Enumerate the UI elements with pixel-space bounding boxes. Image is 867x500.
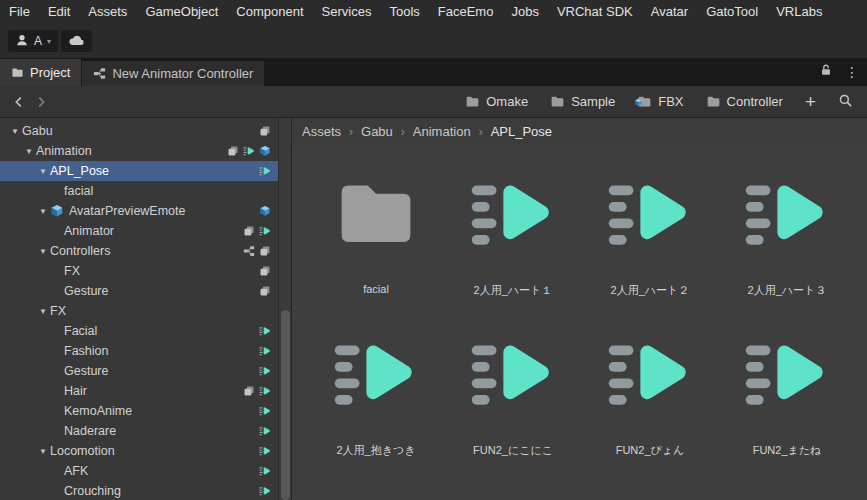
animation-clip-badge-icon bbox=[243, 145, 255, 157]
tree-item-apl-pose[interactable]: ▼APL_Pose bbox=[0, 161, 291, 181]
tree-item-locomotion[interactable]: ▼Locomotion bbox=[0, 441, 291, 461]
asset-anim-fun2[interactable]: FUN2_にこにこ bbox=[447, 329, 579, 489]
animation-clip-badge-icon bbox=[259, 445, 271, 457]
favorite-sample[interactable]: Sample bbox=[550, 94, 615, 109]
asset-anim-item[interactable] bbox=[447, 489, 579, 500]
asset-type-badges bbox=[259, 265, 271, 277]
asset-anim-item[interactable] bbox=[584, 489, 716, 500]
forward-button[interactable] bbox=[30, 91, 52, 113]
animation-clip-icon bbox=[469, 169, 557, 261]
lock-icon[interactable] bbox=[819, 63, 833, 81]
account-button[interactable]: A ▾ bbox=[8, 30, 58, 52]
menu-avatar[interactable]: Avatar bbox=[642, 0, 697, 24]
tree-item-animation[interactable]: ▼Animation bbox=[0, 141, 291, 161]
tree-item-gesture[interactable]: Gesture bbox=[0, 281, 291, 301]
asset-anim-item[interactable] bbox=[721, 489, 853, 500]
tree-item-kemoanime[interactable]: KemoAnime bbox=[0, 401, 291, 421]
sub-asset-badge-icon bbox=[243, 225, 255, 237]
menu-vrlabs[interactable]: VRLabs bbox=[767, 0, 831, 24]
asset-anim-item[interactable] bbox=[310, 489, 442, 500]
tree-item-crouching[interactable]: Crouching bbox=[0, 481, 291, 500]
animation-clip-icon bbox=[469, 329, 557, 421]
tree-item-gabu[interactable]: ▼Gabu bbox=[0, 121, 291, 141]
scrollbar-thumb[interactable] bbox=[281, 310, 290, 500]
tree-item-fx[interactable]: ▼FX bbox=[0, 301, 291, 321]
project-tree: ▼Gabu▼Animation▼APL_Posefacial▼AvatarPre… bbox=[0, 121, 291, 500]
asset-label: facial bbox=[363, 283, 389, 295]
breadcrumb-gabu[interactable]: Gabu bbox=[361, 124, 393, 139]
asset-grid: facial2人用_ハート１2人用_ハート２2人用_ハート３2人用_抱きつきFU… bbox=[292, 145, 867, 500]
back-button[interactable] bbox=[8, 91, 30, 113]
menu-vrchat-sdk[interactable]: VRChat SDK bbox=[548, 0, 642, 24]
favorite-omake[interactable]: Omake bbox=[465, 94, 528, 109]
asset-type-badges bbox=[259, 485, 271, 497]
asset-anim-2[interactable]: 2人用_ハート２ bbox=[584, 169, 716, 329]
tree-item-avatarpreviewemote[interactable]: ▼AvatarPreviewEmote bbox=[0, 201, 291, 221]
asset-anim-2[interactable]: 2人用_ハート１ bbox=[447, 169, 579, 329]
tree-item-facial[interactable]: facial bbox=[0, 181, 291, 201]
foldout-arrow[interactable]: ▼ bbox=[36, 167, 50, 176]
tab-project[interactable]: Project bbox=[0, 59, 81, 86]
tab-bar-controls: ⋮ bbox=[819, 58, 867, 86]
tree-scrollbar[interactable] bbox=[278, 118, 291, 500]
account-label: A bbox=[34, 34, 42, 48]
sub-asset-badge-icon bbox=[227, 145, 239, 157]
tree-item-label: Gabu bbox=[22, 124, 53, 138]
animation-clip-icon bbox=[332, 489, 420, 500]
menu-gatotool[interactable]: GatoTool bbox=[697, 0, 767, 24]
sub-asset-badge-icon bbox=[259, 285, 271, 297]
menu-services[interactable]: Services bbox=[313, 0, 381, 24]
foldout-arrow[interactable]: ▼ bbox=[36, 207, 50, 216]
asset-type-badges bbox=[259, 425, 271, 437]
tree-item-facial[interactable]: Facial bbox=[0, 321, 291, 341]
search-icon[interactable] bbox=[838, 93, 853, 111]
foldout-arrow[interactable]: ▼ bbox=[36, 307, 50, 316]
menu-file[interactable]: File bbox=[0, 0, 39, 24]
asset-anim-fun2[interactable]: FUN2_ぴょん bbox=[584, 329, 716, 489]
tree-item-fx[interactable]: FX bbox=[0, 261, 291, 281]
menu-assets[interactable]: Assets bbox=[79, 0, 136, 24]
tree-item-gesture[interactable]: Gesture bbox=[0, 361, 291, 381]
menu-component[interactable]: Component bbox=[227, 0, 312, 24]
animation-clip-icon bbox=[606, 329, 694, 421]
tree-item-label: Fashion bbox=[64, 344, 108, 358]
menu-tools[interactable]: Tools bbox=[380, 0, 428, 24]
cloud-services-button[interactable] bbox=[61, 30, 92, 52]
favorite-label: Sample bbox=[571, 94, 615, 109]
asset-anim-fun2[interactable]: FUN2_またね bbox=[721, 329, 853, 489]
asset-anim-2[interactable]: 2人用_ハート３ bbox=[721, 169, 853, 329]
foldout-arrow[interactable]: ▼ bbox=[36, 447, 50, 456]
asset-anim-2[interactable]: 2人用_抱きつき bbox=[310, 329, 442, 489]
foldout-arrow[interactable]: ▼ bbox=[22, 147, 36, 156]
breadcrumb-separator: › bbox=[479, 125, 483, 139]
add-favorite-button[interactable]: + bbox=[805, 92, 816, 111]
tree-item-afk[interactable]: AFK bbox=[0, 461, 291, 481]
foldout-arrow[interactable]: ▼ bbox=[36, 247, 50, 256]
asset-type-badges bbox=[259, 405, 271, 417]
menu-jobs[interactable]: Jobs bbox=[502, 0, 547, 24]
breadcrumb-apl-pose[interactable]: APL_Pose bbox=[491, 124, 552, 139]
asset-type-badges bbox=[259, 205, 271, 217]
menu-bar: FileEditAssetsGameObjectComponentService… bbox=[0, 0, 867, 24]
foldout-arrow[interactable]: ▼ bbox=[8, 127, 22, 136]
menu-dots-icon[interactable]: ⋮ bbox=[845, 64, 859, 80]
favorite-fbx[interactable]: FBX bbox=[637, 94, 683, 109]
tree-item-naderare[interactable]: Naderare bbox=[0, 421, 291, 441]
menu-edit[interactable]: Edit bbox=[39, 0, 79, 24]
breadcrumb-assets[interactable]: Assets bbox=[302, 124, 341, 139]
menu-gameobject[interactable]: GameObject bbox=[136, 0, 227, 24]
asset-type-badges bbox=[259, 325, 271, 337]
tree-item-fashion[interactable]: Fashion bbox=[0, 341, 291, 361]
favorite-controller[interactable]: Controller bbox=[706, 94, 783, 109]
favorite-label: Controller bbox=[727, 94, 783, 109]
tree-item-label: facial bbox=[64, 184, 93, 198]
tree-item-controllers[interactable]: ▼Controllers bbox=[0, 241, 291, 261]
animation-clip-icon bbox=[743, 169, 831, 261]
asset-folder-facial[interactable]: facial bbox=[310, 169, 442, 329]
breadcrumb-animation[interactable]: Animation bbox=[413, 124, 471, 139]
tree-item-hair[interactable]: Hair bbox=[0, 381, 291, 401]
tab-new-animator-controller[interactable]: New Animator Controller bbox=[82, 61, 264, 86]
asset-type-badges bbox=[259, 445, 271, 457]
menu-faceemo[interactable]: FaceEmo bbox=[429, 0, 503, 24]
tree-item-animator[interactable]: Animator bbox=[0, 221, 291, 241]
